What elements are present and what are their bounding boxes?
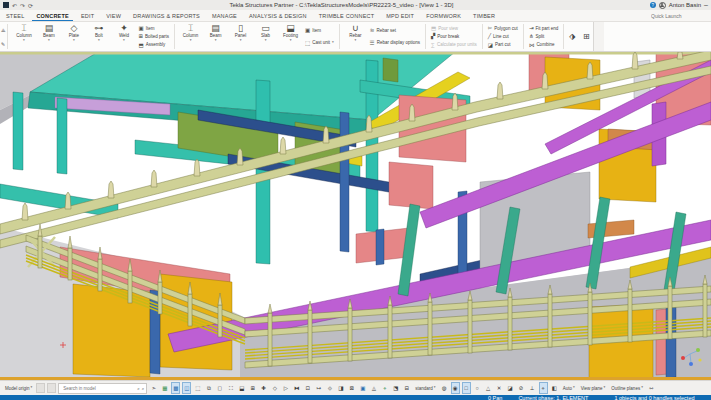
snap-switch-icon[interactable]: ◪ xyxy=(506,382,515,394)
combine-button[interactable]: ⋈ Combine xyxy=(529,42,558,48)
snap-switch-icon[interactable]: ◉ xyxy=(451,382,460,394)
split-button[interactable]: ⋔ Split xyxy=(529,33,558,39)
tab-edit[interactable]: EDIT xyxy=(75,10,100,21)
snap-switch-icon[interactable]: ⊘ xyxy=(517,382,526,394)
concrete-column-button[interactable]: ⌶ Column ▾ xyxy=(178,23,203,50)
selection-switch-icon[interactable]: ◫ xyxy=(182,382,191,394)
selection-switch-icon[interactable]: ✚ xyxy=(259,382,268,394)
part-cut-button[interactable]: ◪ Part cut xyxy=(488,42,518,48)
concrete-item-button[interactable]: ▣ Item xyxy=(305,27,334,33)
fit-part-end-button[interactable]: ⇥ Fit part end xyxy=(529,25,558,31)
snap-switch-icon[interactable]: □ xyxy=(462,382,471,394)
snap-switch-icon[interactable]: △ xyxy=(484,382,493,394)
add-component-button[interactable]: ⊞ xyxy=(579,22,593,51)
chevron-down-icon[interactable]: ▾ xyxy=(215,39,217,43)
selection-switch-icon[interactable]: ⧉ xyxy=(204,382,213,394)
selection-switch-icon[interactable]: ⌖ xyxy=(380,382,389,394)
chevron-down-icon[interactable]: ▾ xyxy=(123,39,125,43)
steel-bolt-button[interactable]: ⊶ Bolt ▾ xyxy=(86,23,111,50)
selection-switch-icon[interactable]: ⬚ xyxy=(193,382,202,394)
concrete-beam-button[interactable]: ▤ Beam ▾ xyxy=(203,23,228,50)
user-name[interactable]: Anton Basin xyxy=(669,2,701,8)
selection-switch-icon[interactable]: ↦ xyxy=(314,382,323,394)
model-origin-dropdown[interactable]: Model origin ▾ xyxy=(3,386,34,391)
chevron-down-icon[interactable]: ▾ xyxy=(290,39,292,43)
bolted-parts-button[interactable]: ⊞ Bolted parts xyxy=(138,33,169,39)
selection-switch-icon[interactable]: ⬔ xyxy=(391,382,400,394)
redo-icon[interactable]: ↷ xyxy=(20,2,25,9)
selection-switch-icon[interactable]: ⛶ xyxy=(226,382,235,394)
chevron-down-icon[interactable]: ▾ xyxy=(190,39,192,43)
quick-launch-input[interactable] xyxy=(649,12,703,20)
selection-switch-icon[interactable]: ▩ xyxy=(171,382,180,394)
steel-item-button[interactable]: ▣ Item xyxy=(138,25,169,31)
concrete-slab-button[interactable]: ▭ Slab ▾ xyxy=(253,23,278,50)
user-avatar-icon[interactable] xyxy=(659,2,666,9)
outline-planes-dropdown[interactable]: Outline planes ▾ xyxy=(609,386,645,391)
component-button[interactable]: ⬗ xyxy=(565,22,579,51)
tab-timber[interactable]: TIMBER xyxy=(467,10,501,21)
model-search[interactable]: ⌕ ⌕ xyxy=(58,383,147,394)
selection-filter-dropdown[interactable]: standard ▾ xyxy=(413,386,437,391)
selection-switch-icon[interactable]: ⊞ xyxy=(248,382,257,394)
partial-icon[interactable]: ✎ xyxy=(1,41,5,47)
chevron-down-icon[interactable]: ▾ xyxy=(332,41,334,45)
app-icon[interactable] xyxy=(3,2,9,8)
concrete-panel-button[interactable]: ▯ Panel ▾ xyxy=(228,23,253,50)
auto-dropdown[interactable]: Auto ▾ xyxy=(561,386,577,391)
chevron-down-icon[interactable]: ▾ xyxy=(73,39,75,43)
tab-steel[interactable]: STEEL xyxy=(0,10,30,21)
selection-switch-icon[interactable]: ◨ xyxy=(336,382,345,394)
undo-icon[interactable]: ↶ xyxy=(12,2,17,9)
selection-switch-icon[interactable]: ⊠ xyxy=(347,382,356,394)
origin-toggle-button[interactable] xyxy=(47,383,56,393)
tab-analysis-design[interactable]: ANALYSIS & DESIGN xyxy=(243,10,313,21)
polygon-cut-button[interactable]: ✂ Polygon cut xyxy=(488,25,518,31)
tab-trimble-connect[interactable]: TRIMBLE CONNECT xyxy=(313,10,381,21)
chevron-down-icon[interactable]: ▾ xyxy=(23,39,25,43)
selection-switch-icon[interactable]: ◇ xyxy=(270,382,279,394)
view-plane-dropdown[interactable]: View plane ▾ xyxy=(579,386,608,391)
tab-drawings-reports[interactable]: DRAWINGS & REPORTS xyxy=(127,10,206,21)
pour-break-button[interactable]: ▞ Pour break xyxy=(431,33,477,39)
selection-switch-icon[interactable]: ⧓ xyxy=(292,382,301,394)
chevron-down-icon[interactable]: ▾ xyxy=(240,39,242,43)
help-icon[interactable]: ? xyxy=(650,2,656,8)
steel-weld-button[interactable]: ✦ Weld ▾ xyxy=(111,23,136,50)
steel-column-button[interactable]: ⌶ Column ▾ xyxy=(11,23,36,50)
search-options-icon[interactable]: ⌕ xyxy=(142,386,145,391)
search-icon[interactable]: ⌕ xyxy=(137,386,140,391)
calculate-pour-units-button[interactable]: ∑ Calculate pour units xyxy=(431,42,477,48)
minimize-button[interactable]: – xyxy=(704,2,708,8)
tab-mpd-edit[interactable]: MPD EDIT xyxy=(380,10,420,21)
tab-view[interactable]: VIEW xyxy=(100,10,127,21)
partial-icon[interactable]: ⟁ xyxy=(1,27,5,34)
snap-dot-icon[interactable]: ◍ xyxy=(440,382,449,394)
steel-beam-button[interactable]: ▤ Beam ▾ xyxy=(36,23,61,50)
line-cut-button[interactable]: ╱ Line cut xyxy=(488,33,518,39)
selection-switch-icon[interactable]: ⊟ xyxy=(402,382,411,394)
tab-concrete[interactable]: CONCRETE xyxy=(30,10,74,21)
selection-switch-icon[interactable]: ▷ xyxy=(281,382,290,394)
snap-switch-icon[interactable]: ◧ xyxy=(550,382,559,394)
concrete-footing-button[interactable]: ⬓ Footing ▾ xyxy=(278,23,303,50)
chevron-down-icon[interactable]: ▾ xyxy=(98,39,100,43)
selection-switch-icon[interactable]: ▦ xyxy=(160,382,169,394)
chevron-down-icon[interactable]: ▾ xyxy=(354,39,356,43)
model-viewport[interactable] xyxy=(0,52,711,380)
quick-launch[interactable] xyxy=(649,10,711,21)
origin-toggle-button[interactable] xyxy=(36,383,45,393)
assembly-button[interactable]: ⬒ Assembly xyxy=(138,42,169,48)
selection-switch-icon[interactable]: ⬓ xyxy=(237,382,246,394)
snap-switch-icon[interactable]: ⟂ xyxy=(528,382,537,394)
selection-switch-icon[interactable]: ▣ xyxy=(358,382,367,394)
tab-formwork[interactable]: FORMWORK xyxy=(420,10,467,21)
tab-manage[interactable]: MANAGE xyxy=(206,10,243,21)
pan-mode-icon[interactable]: ⇿ xyxy=(647,382,656,394)
rebar-set-button[interactable]: ≋ Rebar set xyxy=(370,27,420,33)
selection-switch-icon[interactable]: ◻ xyxy=(215,382,224,394)
select-cursor-icon[interactable]: ➣ xyxy=(149,382,158,394)
snap-switch-icon[interactable]: ○ xyxy=(473,382,482,394)
snap-switch-icon[interactable]: ✕ xyxy=(495,382,504,394)
pour-view-button[interactable]: ⬒ Pour view xyxy=(431,25,477,31)
